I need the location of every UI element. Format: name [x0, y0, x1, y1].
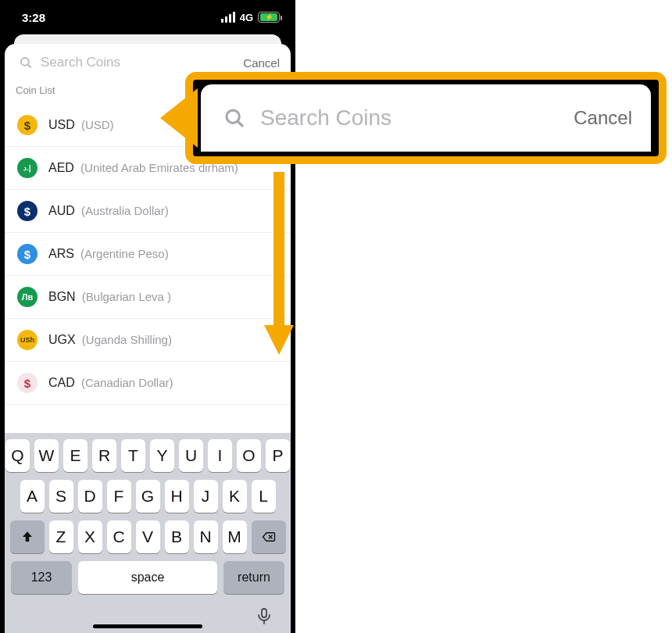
- currency-icon: $: [17, 244, 38, 264]
- coin-label: AUD (Australia Dollar): [48, 204, 169, 218]
- coin-label: CAD (Canadian Dollar): [48, 376, 173, 390]
- search-icon: [19, 55, 33, 70]
- list-item[interactable]: $CAD (Canadian Dollar): [5, 362, 291, 405]
- key-x[interactable]: X: [78, 520, 102, 553]
- callout-cancel: Cancel: [574, 107, 632, 129]
- key-v[interactable]: V: [136, 520, 160, 553]
- coin-label: USD (USD): [48, 118, 114, 132]
- key-i[interactable]: I: [208, 439, 232, 472]
- battery-icon: ⚡: [258, 12, 280, 23]
- list-item[interactable]: $AUD (Australia Dollar): [5, 190, 291, 233]
- key-q[interactable]: Q: [5, 439, 30, 472]
- keyboard: QWERTYUIOP ASDFGHJKL ZXCVBNM 123 space r…: [5, 433, 291, 633]
- key-j[interactable]: J: [194, 480, 218, 513]
- network-label: 4G: [240, 12, 253, 23]
- callout-placeholder: Search Coins: [260, 106, 559, 131]
- cancel-button[interactable]: Cancel: [243, 56, 280, 70]
- key-d[interactable]: D: [78, 480, 102, 513]
- key-t[interactable]: T: [121, 439, 145, 472]
- svg-line-1: [27, 64, 30, 67]
- key-u[interactable]: U: [179, 439, 203, 472]
- key-z[interactable]: Z: [49, 520, 73, 553]
- currency-icon: $: [17, 373, 38, 393]
- currency-icon: $: [17, 115, 38, 135]
- signal-icon: [221, 12, 235, 23]
- key-k[interactable]: K: [223, 480, 247, 513]
- key-w[interactable]: W: [34, 439, 59, 472]
- status-right: 4G ⚡: [221, 12, 280, 23]
- key-n[interactable]: N: [194, 520, 218, 553]
- key-p[interactable]: P: [266, 439, 290, 472]
- svg-rect-4: [262, 609, 266, 617]
- status-bar: 3:28 4G ⚡: [0, 0, 295, 34]
- search-input[interactable]: [41, 55, 235, 70]
- search-icon: [223, 106, 246, 130]
- key-g[interactable]: G: [136, 480, 160, 513]
- home-indicator: [93, 624, 202, 628]
- callout-search-zoom: Search Coins Cancel: [185, 72, 667, 164]
- key-o[interactable]: O: [237, 439, 261, 472]
- currency-icon: $: [17, 201, 38, 221]
- currency-icon: Лв: [17, 287, 38, 307]
- key-f[interactable]: F: [107, 480, 131, 513]
- key-shift[interactable]: [10, 520, 45, 553]
- callout-arrow-icon: [160, 88, 198, 148]
- coin-label: UGX (Uganda Shilling): [48, 333, 172, 347]
- currency-icon: USh: [17, 330, 38, 350]
- key-r[interactable]: R: [92, 439, 116, 472]
- key-e[interactable]: E: [63, 439, 88, 472]
- key-m[interactable]: M: [223, 520, 247, 553]
- key-return[interactable]: return: [223, 561, 284, 594]
- key-l[interactable]: L: [252, 480, 276, 513]
- key-h[interactable]: H: [165, 480, 189, 513]
- key-b[interactable]: B: [165, 520, 189, 553]
- status-time: 3:28: [22, 11, 45, 24]
- scroll-down-arrow-icon: [267, 172, 291, 358]
- coin-label: BGN (Bulgarian Leva ): [48, 290, 171, 304]
- key-123[interactable]: 123: [11, 561, 72, 594]
- callout-inner: Search Coins Cancel: [201, 84, 651, 152]
- list-item[interactable]: UShUGX (Uganda Shilling): [5, 319, 291, 362]
- key-c[interactable]: C: [107, 520, 131, 553]
- key-y[interactable]: Y: [150, 439, 174, 472]
- coin-label: ARS (Argentine Peso): [48, 247, 169, 261]
- currency-icon: إ.د: [17, 158, 38, 178]
- key-space[interactable]: space: [78, 561, 217, 594]
- mic-icon[interactable]: [255, 606, 273, 628]
- key-s[interactable]: S: [49, 480, 73, 513]
- key-a[interactable]: A: [20, 480, 45, 513]
- list-item[interactable]: $ARS (Argentine Peso): [5, 233, 291, 276]
- key-backspace[interactable]: [252, 520, 286, 553]
- list-item[interactable]: ЛвBGN (Bulgarian Leva ): [5, 276, 291, 319]
- svg-line-7: [238, 121, 242, 126]
